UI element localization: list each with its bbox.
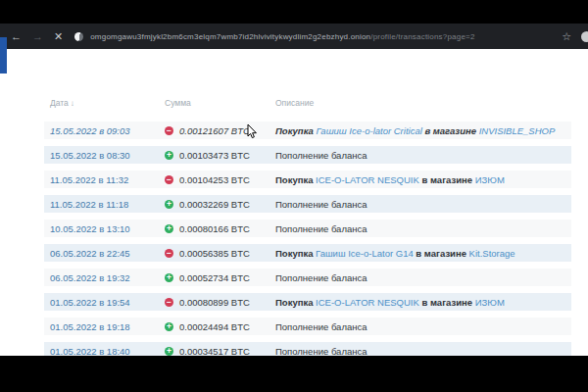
amount-value: 0.00056385 BTC bbox=[179, 248, 250, 259]
table-row[interactable]: 01.05.2022 в 19:54−0.00080899 BTCПокупка… bbox=[44, 293, 571, 311]
transaction-amount-cell: +0.00024494 BTC bbox=[159, 321, 270, 332]
topup-label: Пополнение баланса bbox=[275, 272, 368, 283]
outgoing-minus-icon: − bbox=[165, 298, 173, 307]
transaction-date-link[interactable]: 10.05.2022 в 13:10 bbox=[50, 223, 130, 234]
product-link[interactable]: ICE-O-LATOR NESQUIK bbox=[316, 297, 419, 308]
shop-link[interactable]: Kit.Storage bbox=[469, 248, 515, 259]
transaction-date-link[interactable]: 11.05.2022 в 11:32 bbox=[50, 174, 128, 185]
transaction-date-link[interactable]: 01.05.2022 в 18:40 bbox=[50, 346, 130, 357]
transaction-date-link[interactable]: 15.05.2022 в 09:03 bbox=[50, 125, 130, 136]
transaction-description-cell: Пополнение баланса bbox=[270, 321, 571, 332]
page-content: Дата↓ Сумма Описание 15.05.2022 в 09:03−… bbox=[0, 49, 588, 356]
table-row[interactable]: 06.05.2022 в 19:32+0.00052734 BTCПополне… bbox=[44, 269, 571, 286]
transactions-table-body: 15.05.2022 в 09:03−0.00121607 BTCПокупка… bbox=[44, 122, 571, 360]
address-bar[interactable]: omgomgawu3fmjykl2bm6cm3elqm7wmb7id2hlviv… bbox=[90, 32, 562, 41]
transaction-amount-cell: +0.00032269 BTC bbox=[159, 199, 270, 210]
transaction-date-link[interactable]: 01.05.2022 в 19:18 bbox=[50, 321, 130, 332]
transaction-date-link[interactable]: 06.05.2022 в 22:45 bbox=[50, 248, 130, 259]
header-description: Описание bbox=[270, 98, 571, 108]
incoming-plus-icon: + bbox=[165, 273, 173, 282]
transaction-date-cell: 06.05.2022 в 19:32 bbox=[44, 272, 159, 283]
outgoing-minus-icon: − bbox=[165, 249, 173, 258]
profile-avatar[interactable] bbox=[581, 31, 588, 42]
forward-icon[interactable]: → bbox=[32, 31, 43, 42]
transaction-amount-cell: +0.00052734 BTC bbox=[159, 272, 270, 283]
table-row[interactable]: 11.05.2022 в 11:32−0.00104253 BTCПокупка… bbox=[44, 171, 571, 188]
table-header-row: Дата↓ Сумма Описание bbox=[44, 96, 571, 110]
table-row[interactable]: 15.05.2022 в 09:03−0.00121607 BTCПокупка… bbox=[44, 122, 571, 139]
amount-value: 0.00052734 BTC bbox=[179, 272, 250, 283]
transaction-description-cell: Покупка ICE-O-LATOR NESQUIK в магазине И… bbox=[270, 297, 571, 308]
purchase-label: Покупка bbox=[275, 297, 316, 308]
transaction-amount-cell: +0.00080166 BTC bbox=[159, 223, 270, 234]
header-amount: Сумма bbox=[159, 98, 270, 108]
product-link[interactable]: Гашиш Ice-o-lator Critical bbox=[317, 125, 422, 136]
transaction-date-cell: 06.05.2022 в 22:45 bbox=[44, 248, 159, 259]
letterbox-top bbox=[0, 0, 588, 24]
shop-link[interactable]: ИЗЮМ bbox=[475, 174, 505, 185]
background-window-edge bbox=[0, 37, 7, 74]
purchase-label: Покупка bbox=[275, 125, 317, 136]
shop-link[interactable]: INVISIBLE_SHOP bbox=[479, 125, 556, 136]
amount-value: 0.00080166 BTC bbox=[179, 223, 250, 234]
stop-icon[interactable]: ✕ bbox=[54, 31, 63, 42]
table-row[interactable]: 11.05.2022 в 11:18+0.00032269 BTCПополне… bbox=[44, 195, 571, 213]
browser-toolbar: ← → ✕ omgomgawu3fmjykl2bm6cm3elqm7wmb7id… bbox=[0, 24, 588, 49]
incoming-plus-icon: + bbox=[165, 224, 173, 233]
toolbar-right: ☆ bbox=[562, 30, 588, 43]
topup-label: Пополнение баланса bbox=[275, 321, 368, 332]
letterbox-bottom bbox=[0, 356, 588, 392]
transaction-date-link[interactable]: 15.05.2022 в 08:30 bbox=[50, 150, 130, 161]
purchase-label: Покупка bbox=[275, 174, 316, 185]
topup-label: Пополнение баланса bbox=[275, 199, 368, 210]
sort-desc-icon: ↓ bbox=[71, 99, 74, 108]
transaction-date-cell: 01.05.2022 в 19:18 bbox=[44, 321, 159, 332]
back-icon[interactable]: ← bbox=[11, 31, 22, 42]
purchase-label: Покупка bbox=[275, 248, 316, 259]
amount-value: 0.00103473 BTC bbox=[179, 150, 250, 161]
transaction-date-cell: 15.05.2022 в 09:03 bbox=[44, 125, 159, 136]
topup-label: Пополнение баланса bbox=[275, 223, 368, 234]
table-row[interactable]: 06.05.2022 в 22:45−0.00056385 BTCПокупка… bbox=[44, 244, 571, 262]
amount-value: 0.00080899 BTC bbox=[179, 297, 250, 308]
transactions-table: Дата↓ Сумма Описание 15.05.2022 в 09:03−… bbox=[44, 96, 571, 367]
transaction-date-link[interactable]: 01.05.2022 в 19:54 bbox=[50, 297, 130, 308]
transaction-date-link[interactable]: 06.05.2022 в 19:32 bbox=[50, 272, 130, 283]
bookmark-star-icon[interactable]: ☆ bbox=[562, 30, 571, 43]
transaction-description-cell: Покупка ICE-O-LATOR NESQUIK в магазине И… bbox=[270, 174, 571, 185]
transaction-amount-cell: +0.00034517 BTC bbox=[159, 346, 270, 357]
header-date[interactable]: Дата↓ bbox=[44, 98, 159, 108]
table-row[interactable]: 10.05.2022 в 13:10+0.00080166 BTCПополне… bbox=[44, 220, 571, 237]
table-row[interactable]: 01.05.2022 в 19:18+0.00024494 BTCПополне… bbox=[44, 318, 571, 335]
url-path: /profile/transactions?page=2 bbox=[370, 32, 474, 41]
store-connector-label: в магазине bbox=[422, 125, 479, 136]
transaction-amount-cell: −0.00056385 BTC bbox=[159, 248, 270, 259]
outgoing-minus-icon: − bbox=[165, 175, 173, 184]
transaction-amount-cell: +0.00103473 BTC bbox=[159, 150, 270, 161]
transaction-date-link[interactable]: 11.05.2022 в 11:18 bbox=[50, 199, 128, 210]
transaction-date-cell: 01.05.2022 в 18:40 bbox=[44, 346, 159, 357]
url-host: omgomgawu3fmjykl2bm6cm3elqm7wmb7id2hlviv… bbox=[90, 32, 370, 41]
store-connector-label: в магазине bbox=[414, 248, 469, 259]
site-info-icon[interactable] bbox=[74, 32, 83, 41]
transaction-description-cell: Пополнение баланса bbox=[270, 272, 571, 283]
amount-value: 0.00121607 BTC bbox=[179, 125, 250, 136]
amount-value: 0.00024494 BTC bbox=[179, 321, 250, 332]
product-link[interactable]: Гашиш Ice-o-Lator G14 bbox=[316, 248, 414, 259]
topup-label: Пополнение баланса bbox=[275, 346, 368, 357]
mouse-cursor bbox=[247, 124, 259, 140]
transaction-date-cell: 10.05.2022 в 13:10 bbox=[44, 223, 159, 234]
transaction-date-cell: 11.05.2022 в 11:18 bbox=[44, 199, 159, 210]
transaction-amount-cell: −0.00104253 BTC bbox=[159, 174, 270, 185]
transaction-date-cell: 15.05.2022 в 08:30 bbox=[44, 150, 159, 161]
transaction-amount-cell: −0.00080899 BTC bbox=[159, 297, 270, 308]
transaction-description-cell: Покупка Гашиш Ice-o-Lator G14 в магазине… bbox=[270, 248, 571, 259]
incoming-plus-icon: + bbox=[165, 322, 173, 331]
transaction-description-cell: Пополнение баланса bbox=[270, 223, 571, 234]
shop-link[interactable]: ИЗЮМ bbox=[475, 297, 505, 308]
incoming-plus-icon: + bbox=[165, 151, 173, 160]
outgoing-minus-icon: − bbox=[165, 126, 173, 135]
table-row[interactable]: 15.05.2022 в 08:30+0.00103473 BTCПополне… bbox=[44, 146, 571, 164]
product-link[interactable]: ICE-O-LATOR NESQUIK bbox=[316, 174, 419, 185]
store-connector-label: в магазине bbox=[419, 174, 475, 185]
